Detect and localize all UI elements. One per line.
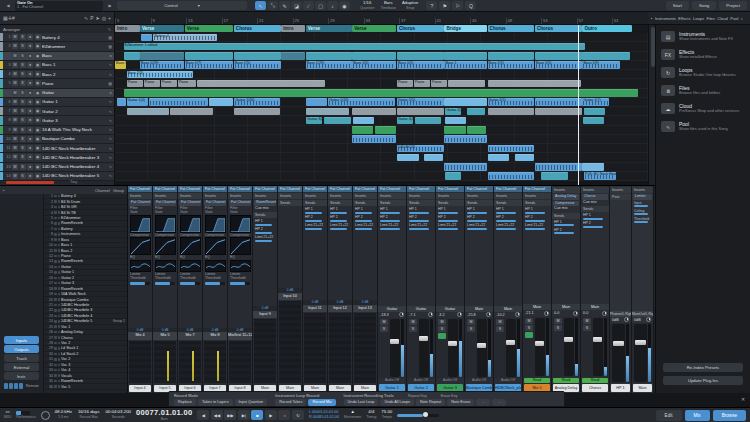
- clip[interactable]: [582, 163, 603, 171]
- clip[interactable]: Guitar 3(20): [397, 117, 413, 125]
- channel-mute-dot[interactable]: [54, 217, 57, 220]
- remote-label[interactable]: Remote: [26, 384, 39, 388]
- mixer-strip[interactable]: Fat Channel Inserts Fat Channel Filter G…: [128, 186, 153, 393]
- transport-button[interactable]: ■: [251, 410, 263, 420]
- clip[interactable]: [444, 98, 487, 106]
- mute-button[interactable]: M: [496, 319, 504, 325]
- mixer-strip[interactable]: Fat Channel Inserts Fat Channel Filter G…: [228, 186, 253, 393]
- readout[interactable]: 00:04:03.200 Seconds: [105, 410, 131, 419]
- send-slot[interactable]: Limit 21+22: [378, 222, 406, 230]
- browser-item[interactable]: ↻ Loops Browse Studio One loop libraries: [661, 67, 745, 78]
- toolbar-icon[interactable]: ⚑: [439, 1, 450, 10]
- track-header[interactable]: 7 M S ● ◉ Guitar 2 ∿: [0, 107, 114, 116]
- mute-button[interactable]: M: [12, 117, 18, 123]
- mute-button[interactable]: M: [12, 80, 18, 86]
- browser-item[interactable]: ☁ Cloud PreSonus Shop and other services: [661, 103, 745, 114]
- channel-solo-dot[interactable]: [58, 249, 61, 252]
- mixer-strip[interactable]: Fat Channel Inserts Sends HP 1HP 2Limit …: [494, 186, 523, 393]
- channel-solo-dot[interactable]: [58, 266, 61, 269]
- record-arm-button[interactable]: ●: [27, 62, 33, 68]
- track-name[interactable]: Guitar 1: [42, 99, 107, 104]
- tempo[interactable]: 75.00 Tempo: [381, 410, 392, 419]
- threshold-slider[interactable]: [230, 282, 250, 285]
- mixer-strip[interactable]: Fat Channel Inserts Sends HP 1HP 2Limit …: [378, 186, 407, 393]
- solo-button[interactable]: S: [409, 326, 417, 332]
- toolbar-icon[interactable]: ➤: [96, 15, 100, 21]
- mixer-strip[interactable]: Fat Channel Inserts Sends HP 1HP 2Limit …: [303, 186, 328, 393]
- clip[interactable]: [234, 108, 280, 116]
- channel-mute-dot[interactable]: [54, 271, 57, 274]
- track-header[interactable]: 10 M S ● ◉ Boutique Combo ∿: [0, 135, 114, 144]
- compressor-graph[interactable]: [130, 237, 151, 255]
- fader-cap[interactable]: [448, 341, 457, 346]
- gate-graph[interactable]: [155, 215, 176, 233]
- pencil-icon[interactable]: ✎: [108, 27, 111, 32]
- channel-solo-dot[interactable]: [58, 304, 61, 307]
- channel-solo-dot[interactable]: [58, 331, 61, 334]
- fat-channel-header[interactable]: Fat Channel: [523, 186, 551, 192]
- channel-solo-dot[interactable]: [58, 320, 61, 323]
- record-arm-button[interactable]: ●: [27, 173, 33, 179]
- pan-value[interactable]: -10.2: [496, 313, 505, 317]
- send-slot[interactable]: HP 1: [253, 218, 277, 226]
- clip[interactable]: [352, 108, 396, 116]
- browser-tab[interactable]: Pool: [730, 16, 738, 21]
- track-header[interactable]: 9 M S ● ◉ 16 A Walk This Way Neck ∿: [0, 126, 114, 135]
- clip[interactable]: Guitar 1(26): [328, 98, 395, 106]
- clip[interactable]: Bass 1(5): [234, 61, 281, 69]
- channel-solo-dot[interactable]: [58, 364, 61, 367]
- fat-channel-header[interactable]: Fat Channel: [494, 186, 522, 192]
- record-arm-button[interactable]: ●: [27, 80, 33, 86]
- solo-button[interactable]: S: [20, 173, 26, 179]
- channel-solo-dot[interactable]: [58, 206, 61, 209]
- mixer-strip[interactable]: Inserts Chorus Cue mix Sends HP 1HP 2 Ma…: [581, 186, 610, 393]
- track-header[interactable]: 14 M S ● ◉ 14D BC Neck Heartbreaker 5 ∿: [0, 172, 114, 181]
- clip[interactable]: Piano: [127, 80, 143, 88]
- channel-solo-dot[interactable]: [58, 325, 61, 328]
- channel-mute-dot[interactable]: [54, 195, 57, 198]
- mixer-strip[interactable]: Fat Channel Inserts Sends HP 1HP 2Limit …: [328, 186, 353, 393]
- clip[interactable]: Bass 2(3): [127, 71, 194, 79]
- insert-slot[interactable]: Analog Delay: [553, 194, 579, 200]
- channel-solo-dot[interactable]: [58, 385, 61, 388]
- fader-cap[interactable]: [506, 340, 515, 345]
- channel-mute-dot[interactable]: [54, 380, 57, 383]
- clip[interactable]: Piano: [144, 80, 160, 88]
- send-slot[interactable]: Limit 21+22: [523, 222, 551, 230]
- quantize-dropdown[interactable]: 1/16 Quantize: [360, 1, 374, 10]
- monitor-button[interactable]: ◉: [35, 117, 41, 123]
- monitor-button[interactable]: ◉: [35, 80, 41, 86]
- fat-channel-header[interactable]: Fat Channel: [178, 186, 202, 192]
- plugin-next-icon[interactable]: ▶: [105, 3, 115, 8]
- automation-read-tag[interactable]: Read: [582, 378, 608, 384]
- channel-mute-dot[interactable]: [54, 222, 57, 225]
- track-height-label[interactable]: Tiny: [70, 180, 77, 184]
- track-name[interactable]: Guitar 3: [42, 118, 107, 123]
- send-slot[interactable]: HP 2: [494, 214, 522, 222]
- clip[interactable]: [197, 80, 325, 88]
- scrollbar-thumb[interactable]: [651, 27, 655, 67]
- mixer-strip[interactable]: Inserts Post Phones/L.Right 0dB HP 1: [610, 186, 632, 393]
- channel-solo-dot[interactable]: [58, 271, 61, 274]
- send-slot[interactable]: HP 1: [353, 206, 377, 214]
- clip[interactable]: [234, 52, 281, 60]
- transport-button[interactable]: ↻: [292, 410, 304, 420]
- mute-button[interactable]: M: [12, 99, 18, 105]
- volume-fader[interactable]: [612, 324, 625, 382]
- clip[interactable]: [397, 52, 444, 60]
- record-arm-button[interactable]: ●: [27, 108, 33, 114]
- clip[interactable]: Bass 1(5): [352, 61, 396, 69]
- inserts-header[interactable]: Inserts: [436, 193, 464, 199]
- tool-button[interactable]: ◪: [291, 1, 302, 10]
- channel-mute-dot[interactable]: [54, 304, 57, 307]
- clip[interactable]: [127, 108, 170, 116]
- browser-tab[interactable]: Cloud: [717, 16, 727, 21]
- option-button[interactable]: Undo All Loops: [380, 399, 414, 406]
- performance-indicator[interactable]: Performance: [16, 411, 35, 420]
- pan-knob[interactable]: [573, 311, 578, 316]
- inserts-header[interactable]: Inserts: [407, 193, 435, 199]
- clip[interactable]: Piano: [414, 80, 430, 88]
- browser-footer-button[interactable]: Re-Index Presets: [663, 363, 743, 372]
- browser-item[interactable]: ≣ Files Browse files and folders: [661, 85, 745, 96]
- track-header[interactable]: 1 M S ● ◉ Battery 4 ▦: [0, 33, 114, 42]
